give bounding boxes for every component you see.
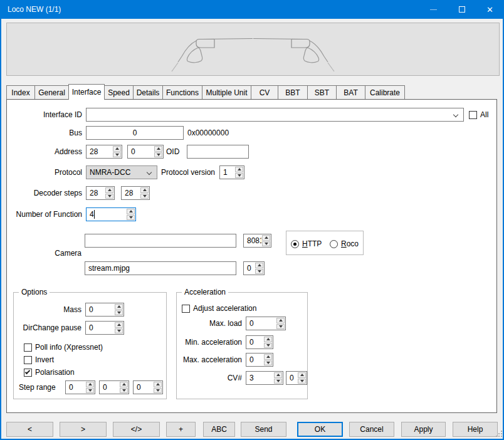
max-load-spinner[interactable]: 0 xyxy=(246,317,286,330)
protocol-dropdown[interactable]: NMRA-DCC xyxy=(86,165,157,179)
cv-value-1[interactable]: 3 xyxy=(246,372,273,384)
step-range-spinner-1[interactable]: 0 xyxy=(65,380,95,394)
invert-checkbox[interactable] xyxy=(24,356,32,364)
cancel-button[interactable]: Cancel xyxy=(349,422,394,437)
adjust-acceleration-row[interactable]: Adjust acceleration xyxy=(182,303,256,313)
ok-button[interactable]: OK xyxy=(297,422,343,437)
max-acceleration-value[interactable]: 0 xyxy=(246,354,263,366)
all-checkbox-row[interactable]: All xyxy=(469,110,488,120)
resize-grip[interactable] xyxy=(496,431,497,432)
spin-down-button[interactable] xyxy=(274,379,282,384)
spin-down-button[interactable] xyxy=(298,379,306,384)
spin-up-button[interactable] xyxy=(264,354,272,360)
spin-up-button[interactable] xyxy=(276,318,285,323)
abc-button[interactable]: ABC xyxy=(203,422,235,437)
spin-up-button[interactable] xyxy=(120,382,128,387)
mass-value[interactable]: 0 xyxy=(86,303,114,316)
prev-button[interactable]: < xyxy=(6,422,53,437)
spin-up-button[interactable] xyxy=(127,209,135,214)
tab-general[interactable]: General xyxy=(34,85,69,99)
roco-radio-row[interactable]: Roco xyxy=(330,239,359,249)
spin-down-button[interactable] xyxy=(127,215,135,221)
max-load-value[interactable]: 0 xyxy=(246,317,276,330)
http-radio[interactable] xyxy=(291,240,299,248)
max-acceleration-spinner[interactable]: 0 xyxy=(246,353,273,367)
spin-down-button[interactable] xyxy=(115,328,123,334)
adjust-acceleration-checkbox[interactable] xyxy=(182,305,190,313)
protocol-version-spinner[interactable]: 1 xyxy=(219,165,244,179)
step-range-spinner-2[interactable]: 0 xyxy=(99,380,129,394)
spin-down-button[interactable] xyxy=(154,388,162,394)
poll-info-checkbox[interactable] xyxy=(24,343,32,352)
spin-up-button[interactable] xyxy=(262,235,270,241)
step-range-value-3[interactable]: 0 xyxy=(134,381,153,394)
spin-up-button[interactable] xyxy=(255,263,263,268)
step-range-spinner-3[interactable]: 0 xyxy=(133,380,163,394)
spin-down-button[interactable] xyxy=(255,269,263,275)
tab-bat[interactable]: BAT xyxy=(336,85,365,99)
help-button[interactable]: Help xyxy=(453,422,498,437)
spin-down-button[interactable] xyxy=(105,194,113,199)
cv-value-2[interactable]: 0 xyxy=(286,372,297,384)
spin-down-button[interactable] xyxy=(264,343,272,348)
oid-input[interactable] xyxy=(187,145,249,159)
dirchange-pause-spinner[interactable]: 0 xyxy=(85,321,124,335)
plus-button[interactable]: + xyxy=(166,422,196,437)
spin-up-button[interactable] xyxy=(298,372,306,378)
spin-down-button[interactable] xyxy=(154,152,162,158)
minimize-button[interactable] xyxy=(419,0,448,19)
address-value-2[interactable]: 0 xyxy=(128,145,154,158)
all-checkbox[interactable] xyxy=(469,111,477,119)
spin-up-button[interactable] xyxy=(264,337,272,342)
spin-down-button[interactable] xyxy=(120,388,128,394)
close-button[interactable]: ✕ xyxy=(476,0,504,19)
camera-stream-input[interactable]: stream.mjpg xyxy=(85,261,236,275)
cv-spinner-2[interactable]: 0 xyxy=(286,371,307,385)
address-value-1[interactable]: 28 xyxy=(87,145,112,158)
decoder-steps-value-1[interactable]: 28 xyxy=(87,187,105,199)
spin-up-button[interactable] xyxy=(154,382,162,387)
step-range-value-1[interactable]: 0 xyxy=(66,381,85,394)
spin-down-button[interactable] xyxy=(276,324,285,330)
send-button[interactable]: Send xyxy=(241,422,286,437)
tab-speed[interactable]: Speed xyxy=(104,85,134,99)
spin-up-button[interactable] xyxy=(235,167,243,172)
camera-port-value[interactable]: 8081 xyxy=(244,234,261,247)
tab-index[interactable]: Index xyxy=(6,85,35,99)
number-of-function-value[interactable]: 4 xyxy=(87,208,126,221)
address-spinner-2[interactable]: 0 xyxy=(127,145,164,159)
tab-sbt[interactable]: SBT xyxy=(307,85,337,99)
next-button[interactable]: > xyxy=(60,422,107,437)
tab-cv[interactable]: CV xyxy=(251,85,278,99)
number-of-function-spinner[interactable]: 4 xyxy=(86,207,136,221)
tab-multiple-unit[interactable]: Multiple Unit xyxy=(202,85,251,99)
decoder-steps-spinner-1[interactable]: 28 xyxy=(86,186,115,200)
chevron-down-icon[interactable] xyxy=(147,170,152,175)
spin-down-button[interactable] xyxy=(113,152,121,158)
spin-down-button[interactable] xyxy=(86,388,94,394)
spin-up-button[interactable] xyxy=(105,187,113,193)
cv-spinner-1[interactable]: 3 xyxy=(246,371,283,385)
bus-input[interactable]: 0 xyxy=(86,126,184,140)
camera-stream-index-spinner[interactable]: 0 xyxy=(243,261,265,275)
spin-down-button[interactable] xyxy=(235,173,243,179)
polarisation-checkbox[interactable] xyxy=(24,369,32,377)
tab-bbt[interactable]: BBT xyxy=(278,85,308,99)
polarisation-row[interactable]: Polarisation xyxy=(24,367,75,377)
address-spinner-1[interactable]: 28 xyxy=(86,145,122,159)
protocol-version-value[interactable]: 1 xyxy=(220,166,234,179)
interface-id-combobox[interactable] xyxy=(86,108,464,122)
decoder-steps-spinner-2[interactable]: 28 xyxy=(121,186,150,200)
spin-up-button[interactable] xyxy=(274,372,282,378)
decoder-steps-value-2[interactable]: 28 xyxy=(122,187,140,199)
camera-stream-index-value[interactable]: 0 xyxy=(244,262,255,275)
spin-up-button[interactable] xyxy=(115,322,123,328)
poll-info-row[interactable]: Poll info (Xpressnet) xyxy=(24,342,103,352)
mass-spinner[interactable]: 0 xyxy=(85,303,124,317)
tab-interface[interactable]: Interface xyxy=(68,84,105,100)
apply-button[interactable]: Apply xyxy=(401,422,446,437)
roco-radio[interactable] xyxy=(330,240,338,248)
step-range-value-2[interactable]: 0 xyxy=(100,381,119,394)
invert-row[interactable]: Invert xyxy=(24,355,54,365)
min-acceleration-spinner[interactable]: 0 xyxy=(246,335,273,349)
